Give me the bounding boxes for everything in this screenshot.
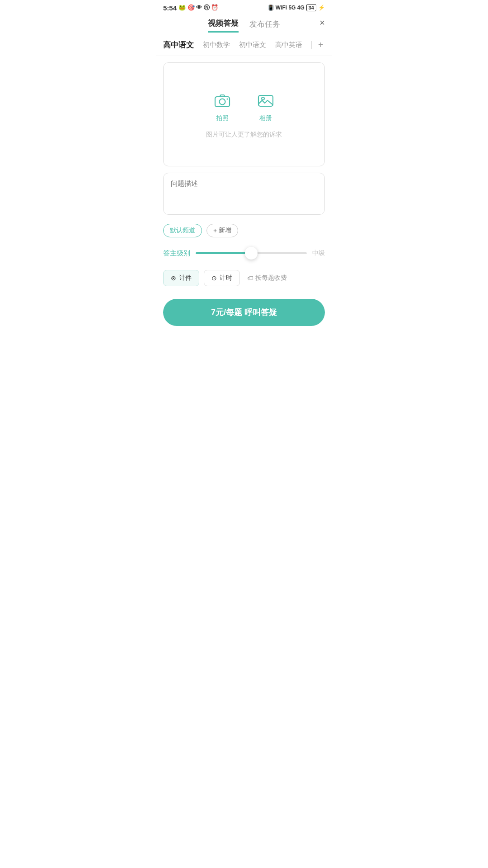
camera-icon-wrap [211, 90, 233, 112]
nav-tabs: 视频答疑 发布任务 [208, 18, 280, 33]
default-channel-tag[interactable]: 默认频道 [163, 224, 202, 237]
subject-divider [311, 41, 312, 49]
svg-point-2 [227, 99, 228, 100]
album-icon-wrap [255, 90, 277, 112]
add-channel-button[interactable]: + 新增 [206, 224, 238, 237]
mode-tab-count[interactable]: ⊗ 计件 [163, 270, 199, 286]
subject-tab-high-chinese[interactable]: 高中语文 [163, 39, 194, 51]
status-right: 📳 WiFi 5G 4G 34 ⚡ [267, 4, 325, 11]
plus-icon: + [213, 227, 217, 234]
subject-tab-mid-math[interactable]: 初中数学 [203, 40, 230, 50]
level-slider[interactable] [196, 246, 307, 260]
desc-input[interactable] [171, 179, 317, 207]
add-label: 新增 [219, 226, 231, 235]
subject-tab-high-english[interactable]: 高中英语 [275, 40, 302, 50]
call-button[interactable]: 7元/每题 呼叫答疑 [163, 299, 325, 326]
upload-icons: 拍照 相册 [211, 90, 277, 123]
tab-publish-task[interactable]: 发布任务 [249, 19, 280, 32]
svg-rect-0 [215, 97, 230, 107]
per-fee-label: 按每题收费 [255, 274, 287, 282]
cube-icon: ⊗ [171, 274, 176, 282]
slider-fill [196, 252, 251, 254]
status-time: 5:54 [163, 4, 177, 12]
level-row: 答主级别 中级 [156, 244, 332, 268]
upload-hint: 图片可让人更了解您的诉求 [206, 131, 282, 139]
level-label: 答主级别 [163, 249, 190, 258]
subject-tab-mid-chinese[interactable]: 初中语文 [239, 40, 266, 50]
status-bar: 5:54 🐸 🎯 👁 Ⓝ ⏰ 📳 WiFi 5G 4G 34 ⚡ [156, 0, 332, 14]
mode-tab-time[interactable]: ⊙ 计时 [204, 270, 240, 286]
status-icons: 🐸 🎯 👁 Ⓝ ⏰ [178, 4, 218, 12]
album-upload[interactable]: 相册 [255, 90, 277, 123]
slider-thumb[interactable] [245, 247, 258, 259]
close-button[interactable]: × [319, 18, 325, 27]
channel-row: 默认频道 + 新增 [156, 221, 332, 244]
svg-rect-3 [258, 95, 273, 106]
album-icon [257, 92, 274, 109]
status-left: 5:54 🐸 🎯 👁 Ⓝ ⏰ [163, 4, 218, 12]
level-value: 中级 [312, 249, 325, 257]
signal-icon: 📳 WiFi 5G 4G [267, 5, 305, 11]
upload-area: 拍照 相册 图片可让人更了解您的诉求 [163, 62, 325, 166]
subject-add-button[interactable]: + [318, 40, 324, 50]
album-label: 相册 [259, 114, 272, 123]
per-fee[interactable]: 🏷 按每题收费 [247, 274, 287, 282]
battery-icon: 34 [306, 4, 316, 11]
top-nav: 视频答疑 发布任务 × [156, 14, 332, 33]
mode-count-label: 计件 [179, 274, 192, 282]
camera-icon [214, 92, 231, 109]
tab-video-qa[interactable]: 视频答疑 [208, 18, 239, 33]
camera-label: 拍照 [216, 114, 229, 123]
clock-icon: ⊙ [211, 274, 217, 282]
camera-upload[interactable]: 拍照 [211, 90, 233, 123]
subject-tabs: 高中语文 初中数学 初中语文 高中英语 + [156, 33, 332, 56]
battery-bolt: ⚡ [318, 5, 325, 11]
svg-point-1 [220, 99, 225, 105]
tag-icon: 🏷 [247, 274, 253, 282]
svg-point-4 [262, 97, 264, 100]
desc-area[interactable] [163, 173, 325, 215]
mode-row: ⊗ 计件 ⊙ 计时 🏷 按每题收费 [156, 268, 332, 295]
mode-time-label: 计时 [220, 274, 232, 282]
